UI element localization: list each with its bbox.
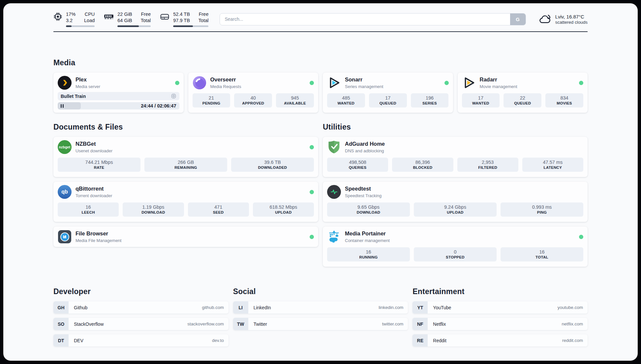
stat-box: 47.57 ms LATENCY [522, 158, 583, 172]
stat-box: 196 SERIES [411, 93, 449, 107]
utilities-column: Utilities AdGuard Home DNS and adblockin… [323, 113, 588, 267]
status-dot [579, 81, 583, 85]
disk-total-value: 97.9 TB [173, 17, 190, 24]
cpu-widget: 17% CPU 3.2 Load [53, 11, 95, 27]
app-card-speedtest[interactable]: Speedtest Speedtest Tracking 9.65 Gbps D… [323, 182, 588, 222]
stat-label: WANTED [328, 101, 364, 105]
playback-time: 24:44 / 02:06:47 [141, 103, 179, 108]
cpu-usage-value: 17% [66, 11, 76, 17]
section-heading-entertainment: Entertainment [412, 287, 588, 296]
stat-value: 17 [463, 95, 499, 101]
app-description: Speedtest Tracking [345, 193, 382, 198]
developer-column: Developer GH Github github.com SO StackO… [53, 267, 229, 351]
app-name: Media Portainer [345, 230, 390, 237]
stat-box: 0 STOPPED [414, 247, 497, 261]
stat-box: 16 LEECH [58, 202, 119, 217]
bookmark-name: Twitter [254, 321, 267, 327]
ram-free-label: Free [141, 11, 151, 17]
radarr-icon [462, 76, 476, 90]
plex-icon [58, 76, 72, 90]
app-name: AdGuard Home [345, 141, 385, 147]
disk-total-label: Total [198, 17, 209, 24]
bookmark-twitter[interactable]: TW Twitter twitter.com [233, 318, 408, 330]
stat-box: 0.993 ms PING [501, 202, 583, 217]
stat-label: RATE [59, 166, 139, 169]
stat-box: 86,396 BLOCKED [392, 158, 453, 172]
section-heading-media: Media [53, 58, 588, 67]
speedtest-icon [327, 185, 341, 199]
stat-value: 498,508 [328, 160, 387, 165]
ram-progress-bar [117, 25, 151, 27]
cpu-load-label: Load [84, 17, 95, 24]
app-card-overseerr[interactable]: Overseerr Media Requests 21 PENDING 40 A… [188, 73, 319, 113]
stat-label: DOWNLOADED [232, 166, 313, 169]
section-heading-documents: Documents & Files [53, 123, 318, 132]
pause-icon[interactable] [61, 104, 64, 108]
stat-label: FILTERED [459, 166, 517, 169]
stat-box: 21 PENDING [193, 93, 230, 107]
now-playing: Bullet Train [58, 92, 179, 100]
status-dot [310, 81, 314, 85]
cpu-icon [53, 12, 62, 21]
app-card-nzbget[interactable]: nzbget NZBGet Usenet downloader 744.21 M… [53, 137, 318, 177]
playback-bar[interactable]: 24:44 / 02:06:47 [58, 102, 179, 109]
search-engine-button[interactable]: G [510, 14, 526, 25]
bookmark-youtube[interactable]: YT YouTube youtube.com [412, 301, 588, 314]
bookmark-abbr: NF [412, 318, 428, 330]
bookmark-url: linkedin.com [379, 305, 408, 310]
app-description: Movie management [480, 84, 517, 89]
topbar: 17% CPU 3.2 Load [53, 3, 588, 27]
bookmark-dev[interactable]: DT DEV dev.to [53, 334, 229, 347]
disk-icon [160, 12, 169, 21]
clouds-icon [538, 14, 552, 25]
stat-box: 498,508 QUERIES [327, 158, 388, 172]
stat-value: 834 [547, 95, 582, 101]
bookmark-url: twitter.com [382, 321, 408, 326]
app-card-radarr[interactable]: Radarr Movie management 17 WANTED 22 QUE… [458, 73, 588, 113]
bookmark-name: Netflix [433, 321, 446, 327]
app-description: DNS and adblocking [345, 148, 385, 153]
bookmark-name: LinkedIn [254, 305, 271, 310]
ram-total-value: 64 GiB [117, 17, 132, 24]
weather-widget: Lviv, 16.87°C scattered clouds [538, 14, 588, 25]
stat-value: 40 [235, 95, 271, 101]
bookmark-url: youtube.com [558, 305, 588, 310]
stat-box: 16 TOTAL [501, 247, 583, 261]
ram-icon [104, 12, 114, 21]
stat-value: 16 [502, 249, 582, 255]
bookmark-stackoverflow[interactable]: SO StackOverflow stackoverflow.com [53, 318, 229, 330]
stat-value: 9.65 Gbps [328, 204, 409, 210]
app-card-portainer[interactable]: Media Portainer Container management 16 … [323, 227, 588, 267]
sonarr-icon [327, 76, 341, 90]
stat-value: 0.993 ms [502, 204, 582, 210]
filebrowser-icon [58, 230, 72, 244]
bookmark-reddit[interactable]: RE Reddit reddit.com [412, 334, 588, 347]
app-card-qbittorrent[interactable]: qb qBittorrent Torrent downloader 16 LEE… [53, 182, 318, 222]
app-card-sonarr[interactable]: Sonarr Series management 485 WANTED 17 Q… [323, 73, 453, 113]
stat-label: LATENCY [524, 166, 582, 169]
stat-label: SERIES [412, 101, 447, 105]
stat-label: WANTED [463, 101, 499, 105]
bookmark-abbr: DT [53, 334, 69, 347]
app-name: Plex [76, 76, 100, 83]
bookmark-netflix[interactable]: NF Netflix netflix.com [412, 318, 588, 330]
app-card-adguard[interactable]: AdGuard Home DNS and adblocking 498,508 … [323, 137, 588, 177]
media-cards: Plex Media server Bullet Train 24:44 / 0… [53, 73, 588, 113]
stat-label: UPLOAD [415, 210, 495, 214]
bookmark-linkedin[interactable]: LI LinkedIn linkedin.com [233, 301, 408, 314]
bookmark-github[interactable]: GH Github github.com [53, 301, 229, 314]
bookmark-url: reddit.com [562, 338, 588, 343]
app-card-plex[interactable]: Plex Media server Bullet Train 24:44 / 0… [53, 73, 184, 113]
search-input[interactable] [220, 13, 526, 25]
overseerr-icon [193, 76, 206, 90]
stat-value: 21 [194, 95, 229, 101]
status-dot [579, 235, 583, 239]
disk-widget: 52.4 TB Free 97.9 TB Total [160, 11, 208, 27]
app-card-filebrowser[interactable]: File Browser Media File Management [53, 227, 318, 247]
status-dot [310, 145, 314, 149]
stat-box: 471 SEED [188, 202, 249, 217]
bookmark-url: netflix.com [562, 321, 588, 326]
portainer-icon [327, 230, 341, 244]
bookmark-abbr: TW [233, 318, 248, 330]
stat-box: 22 QUEUED [504, 93, 541, 107]
